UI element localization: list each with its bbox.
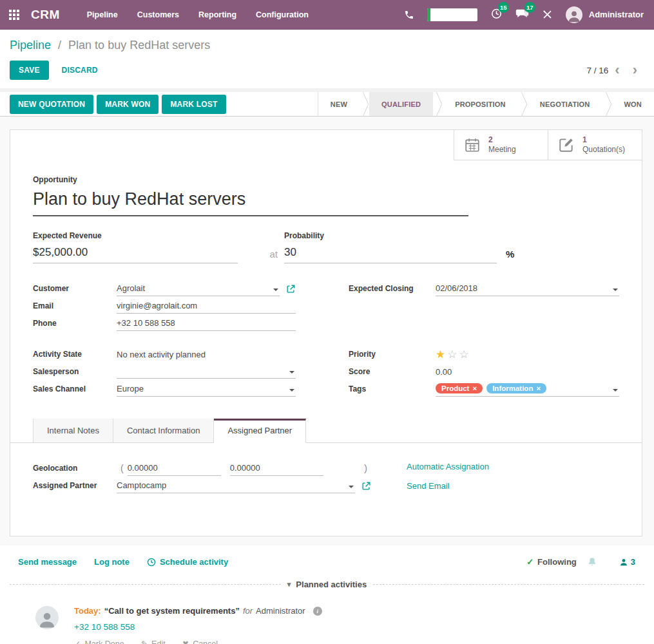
meetings-label: Meeting	[488, 145, 516, 155]
mark-lost-button[interactable]: MARK LOST	[162, 95, 226, 114]
activities-badge: 15	[498, 2, 509, 13]
meetings-stat-button[interactable]: 2 Meeting	[454, 130, 548, 160]
timer-progress-bar[interactable]	[427, 8, 477, 21]
stage-negotiation[interactable]: NEGOTIATION	[528, 92, 602, 116]
priority-label: Priority	[349, 350, 436, 359]
stage-arrow	[360, 92, 369, 116]
send-email-link[interactable]: Send Email	[407, 481, 489, 491]
priority-star[interactable]: ☆	[459, 348, 471, 361]
tag-product[interactable]: Product×	[436, 383, 483, 393]
phone-field[interactable]: +32 10 588 558	[117, 316, 296, 331]
stage-qualified[interactable]: QUALIFIED	[369, 92, 433, 116]
user-name[interactable]: Administrator	[589, 10, 644, 19]
chatter: Send message Log note Schedule activity …	[0, 545, 654, 644]
salesperson-field[interactable]	[117, 365, 296, 379]
dropdown-caret-icon[interactable]	[613, 289, 618, 291]
tags-field[interactable]: Product× Information×	[436, 381, 619, 397]
user-avatar[interactable]	[566, 6, 582, 23]
activity-avatar[interactable]	[35, 606, 59, 629]
priority-star[interactable]: ☆	[447, 348, 459, 361]
new-quotation-button[interactable]: NEW QUOTATION	[10, 95, 93, 114]
following-toggle[interactable]: ✓ Following	[526, 557, 577, 567]
breadcrumb: Pipeline / Plan to buy RedHat servers	[10, 39, 644, 52]
automatic-assignation-link[interactable]: Automatic Assignation	[407, 462, 489, 471]
cancel-x-icon: ✖	[182, 639, 189, 644]
percent-sign: %	[506, 249, 514, 260]
dropdown-caret-icon[interactable]	[289, 371, 294, 374]
dropdown-caret-icon[interactable]	[273, 289, 278, 291]
avatar-silhouette-icon	[37, 610, 57, 629]
tab-assigned-partner[interactable]: Assigned Partner	[214, 419, 306, 443]
tag-remove-icon[interactable]: ×	[472, 384, 477, 392]
stage-arrow	[433, 92, 443, 116]
stage-pipeline: NEW QUALIFIED PROPOSITION NEGOTIATION WO…	[318, 92, 654, 116]
schedule-activity-button[interactable]: Schedule activity	[147, 557, 228, 567]
send-message-button[interactable]: Send message	[18, 557, 77, 567]
customer-field[interactable]: Agrolait	[117, 281, 280, 296]
tab-internal-notes[interactable]: Internal Notes	[33, 419, 113, 442]
planned-activities-divider: ▾ Planned activities	[10, 580, 644, 589]
tag-remove-icon[interactable]: ×	[536, 384, 541, 392]
messages-badge: 17	[524, 2, 535, 13]
expected-closing-field[interactable]: 02/06/2018	[436, 281, 619, 296]
edit-document-icon	[558, 137, 575, 153]
notebook-tabs: Internal Notes Contact Information Assig…	[10, 419, 642, 443]
discard-button[interactable]: DISCARD	[62, 66, 98, 75]
pager-next-icon[interactable]: ›	[626, 63, 644, 77]
dropdown-caret-icon[interactable]	[613, 389, 618, 392]
planned-activities-toggle[interactable]: ▾ Planned activities	[287, 580, 367, 589]
pager-previous-icon[interactable]: ‹	[608, 63, 626, 77]
messages-systray[interactable]: 17	[515, 7, 529, 22]
info-icon[interactable]: i	[313, 607, 322, 616]
dropdown-caret-icon[interactable]	[289, 389, 294, 392]
menu-configuration[interactable]: Configuration	[256, 10, 309, 19]
longitude-field[interactable]: 0.00000	[230, 461, 323, 476]
followers-button[interactable]: 3	[619, 557, 635, 567]
email-field[interactable]: virginie@agrolait.com	[117, 299, 296, 314]
debug-tools-icon[interactable]	[542, 9, 553, 20]
priority-stars: ★☆☆	[436, 349, 471, 360]
activity-phone-link[interactable]: +32 10 588 558	[74, 622, 135, 632]
mark-done-button[interactable]: ✓Mark Done	[74, 639, 124, 644]
priority-star[interactable]: ★	[436, 348, 447, 361]
top-navbar: CRM Pipeline Customers Reporting Configu…	[0, 0, 654, 30]
customer-external-link-icon[interactable]	[286, 284, 296, 294]
menu-reporting[interactable]: Reporting	[198, 10, 236, 19]
assigned-partner-field[interactable]: Camptocamp	[117, 478, 355, 493]
stage-proposition[interactable]: PROPOSITION	[443, 92, 518, 116]
assigned-partner-external-link-icon[interactable]	[361, 481, 371, 491]
probability-input[interactable]: 30	[284, 242, 497, 263]
activity-for-word: for	[243, 606, 253, 616]
app-name[interactable]: CRM	[31, 8, 60, 22]
edit-activity-button[interactable]: ✎Edit	[141, 639, 166, 644]
calendar-icon	[464, 137, 481, 153]
menu-pipeline[interactable]: Pipeline	[87, 10, 118, 19]
stage-new[interactable]: NEW	[318, 92, 360, 116]
activities-systray[interactable]: 15	[490, 7, 503, 22]
subscribe-bell-icon[interactable]	[587, 556, 597, 567]
log-note-button[interactable]: Log note	[94, 557, 130, 567]
sales-channel-field[interactable]: Europe	[117, 382, 296, 397]
timer-progress-fill	[427, 8, 430, 21]
expected-revenue-input[interactable]: $25,000.00	[33, 242, 238, 263]
save-button[interactable]: SAVE	[10, 61, 49, 80]
activity-state-label: Activity State	[33, 350, 117, 359]
latitude-field[interactable]: 0.00000	[128, 461, 221, 476]
breadcrumb-pipeline-link[interactable]: Pipeline	[10, 39, 51, 52]
tag-information[interactable]: Information×	[486, 383, 546, 393]
score-label: Score	[349, 367, 436, 376]
menu-customers[interactable]: Customers	[137, 10, 179, 19]
main-menu: Pipeline Customers Reporting Configurati…	[87, 10, 309, 19]
opportunity-title-input[interactable]: Plan to buy RedHat servers	[33, 186, 468, 216]
quotations-stat-button[interactable]: 1 Quotation(s)	[548, 130, 642, 160]
dropdown-caret-icon[interactable]	[349, 486, 354, 488]
voip-phone-icon[interactable]	[404, 10, 414, 20]
sales-channel-label: Sales Channel	[33, 384, 117, 393]
tab-contact-information[interactable]: Contact Information	[113, 419, 214, 442]
mark-won-button[interactable]: MARK WON	[97, 95, 159, 114]
stage-won[interactable]: WON	[612, 92, 654, 116]
apps-menu-icon[interactable]	[9, 10, 19, 20]
geolocation-label: Geolocation	[33, 464, 117, 473]
form-view: 2 Meeting 1 Quotation(s) Opportunity Pla…	[0, 117, 654, 545]
cancel-activity-button[interactable]: ✖Cancel	[182, 639, 218, 644]
